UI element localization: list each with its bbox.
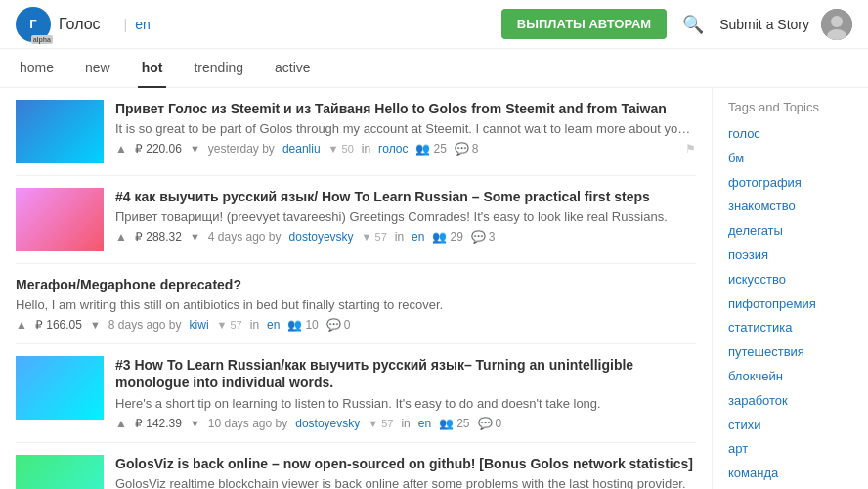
tag-item[interactable]: поэзия — [728, 244, 852, 268]
post-title[interactable]: #3 How To Learn Russian/как выучить русс… — [115, 356, 696, 391]
post-meta: ▲ ₽ 142.39 ▼ 10 days ago by dostoyevsky … — [115, 417, 696, 430]
tag-item[interactable]: пифотопремия — [728, 292, 852, 317]
post-time: 8 days ago by — [108, 318, 182, 332]
post-tag[interactable]: en — [412, 230, 424, 244]
post-content: GolosViz is back online – now open-sourc… — [115, 455, 696, 489]
feed: Привет Голос из Steemit и из Тайваня Hel… — [0, 88, 712, 489]
post-excerpt: Here's a short tip on learning to listen… — [115, 396, 696, 411]
post-title[interactable]: Привет Голос из Steemit и из Тайваня Hel… — [115, 100, 696, 117]
svg-point-1 — [831, 16, 843, 27]
post-item: #3 How To Learn Russian/как выучить русс… — [16, 344, 696, 442]
header: Г alpha Голос | en ВЫПЛАТЫ АВТОРАМ 🔍 Sub… — [0, 0, 868, 49]
lang-separator: | — [124, 17, 128, 32]
post-content: #4 как выучить русский язык/ How To Lear… — [115, 188, 696, 244]
post-excerpt: Hello, I am writing this still on antibi… — [16, 297, 696, 312]
main-nav: home new hot trending active — [0, 49, 868, 88]
tag-item[interactable]: делегаты — [728, 219, 852, 244]
vote-dropdown[interactable]: ▼ — [90, 319, 101, 331]
followers-icon: 👥 — [287, 318, 302, 332]
post-item: Мегафон/Megaphone deprecated? Hello, I a… — [16, 264, 696, 344]
vote-up-icon[interactable]: ▲ — [115, 142, 127, 156]
tag-item[interactable]: голос — [728, 122, 852, 147]
post-comments: 💬 0 — [326, 318, 351, 332]
post-thumbnail — [16, 100, 104, 163]
author-rep: ▼ 57 — [368, 418, 393, 429]
avatar[interactable] — [821, 9, 852, 40]
tag-item[interactable]: стихи — [728, 414, 852, 438]
logo-alpha: alpha — [31, 35, 53, 44]
vote-dropdown[interactable]: ▼ — [190, 143, 200, 155]
tag-item[interactable]: арт — [728, 437, 852, 462]
post-in: in — [395, 230, 404, 244]
post-author[interactable]: dostoyevsky — [289, 230, 354, 244]
tag-item[interactable]: статистика — [728, 316, 852, 340]
vote-up-icon[interactable]: ▲ — [115, 417, 127, 430]
post-vote: ₽ 166.05 — [35, 318, 82, 332]
post-excerpt: GolosViz realtime blockchain viewer is b… — [115, 476, 696, 489]
post-tag[interactable]: en — [267, 318, 280, 332]
logo-icon[interactable]: Г alpha — [16, 7, 51, 42]
followers-icon: 👥 — [432, 230, 447, 244]
tag-item[interactable]: знакомство — [728, 195, 852, 219]
vote-up-icon[interactable]: ▲ — [115, 230, 127, 244]
post-excerpt: It is so great to be part of Golos throu… — [115, 121, 696, 136]
logo-letter: Г — [29, 17, 36, 31]
post-author[interactable]: deanliu — [282, 142, 321, 156]
vote-up-icon[interactable]: ▲ — [16, 318, 27, 332]
payments-button[interactable]: ВЫПЛАТЫ АВТОРАМ — [501, 9, 667, 39]
post-meta: ▲ ₽ 166.05 ▼ 8 days ago by kiwi ▼ 57 in … — [16, 318, 696, 332]
post-content: Привет Голос из Steemit и из Тайваня Hel… — [115, 100, 696, 156]
vote-dropdown[interactable]: ▼ — [190, 418, 200, 429]
post-followers: 👥 10 — [287, 318, 318, 332]
post-thumbnail — [16, 188, 104, 251]
author-rep: ▼ 57 — [217, 319, 242, 331]
post-vote: ₽ 288.32 — [135, 230, 182, 244]
sidebar-title: Tags and Topics — [728, 100, 852, 114]
tag-item[interactable]: заработок — [728, 389, 852, 414]
post-tag[interactable]: en — [418, 417, 431, 430]
post-item: #4 как выучить русский язык/ How To Lear… — [16, 176, 696, 264]
post-comments: 💬 3 — [471, 230, 496, 244]
post-title[interactable]: GolosViz is back online – now open-sourc… — [115, 455, 696, 472]
nav-active[interactable]: active — [271, 49, 315, 88]
logo-text: Голос — [59, 16, 101, 33]
post-followers: 👥 29 — [432, 230, 462, 244]
tag-item[interactable]: путешествия — [728, 340, 852, 365]
post-in: in — [401, 417, 410, 430]
post-content: #3 How To Learn Russian/как выучить русс… — [115, 356, 696, 429]
post-author[interactable]: dostoyevsky — [295, 417, 360, 430]
sidebar: Tags and Topics голосбмфотографиязнакомс… — [712, 88, 868, 489]
nav-hot[interactable]: hot — [138, 49, 167, 88]
search-button[interactable]: 🔍 — [682, 14, 704, 35]
nav-new[interactable]: new — [81, 49, 114, 88]
flag-button[interactable]: ⚑ — [685, 142, 696, 156]
comments-icon: 💬 — [478, 417, 493, 430]
post-author[interactable]: kiwi — [190, 318, 209, 332]
tag-item[interactable]: искусство — [728, 268, 852, 292]
vote-dropdown[interactable]: ▼ — [190, 231, 200, 243]
post-vote: ₽ 142.39 — [135, 417, 182, 430]
tag-item[interactable]: фотография — [728, 171, 852, 196]
author-rep: ▼ 57 — [362, 231, 387, 243]
author-rep: ▼ 50 — [328, 143, 354, 155]
tag-item[interactable]: команда — [728, 462, 852, 486]
post-meta: ▲ ₽ 288.32 ▼ 4 days ago by dostoyevsky ▼… — [115, 230, 696, 244]
comments-icon: 💬 — [326, 318, 341, 332]
post-followers: 👥 25 — [415, 142, 446, 156]
post-thumbnail — [16, 356, 104, 420]
nav-home[interactable]: home — [16, 49, 58, 88]
post-time: yesterday by — [208, 142, 275, 156]
tag-item[interactable]: блокчейн — [728, 365, 852, 389]
logo-area: Г alpha Голос — [16, 7, 101, 42]
post-time: 10 days ago by — [208, 417, 287, 430]
language-selector[interactable]: en — [135, 17, 151, 32]
submit-story-button[interactable]: Submit a Story — [719, 17, 809, 32]
post-item: Привет Голос из Steemit и из Тайваня Hel… — [16, 88, 696, 176]
post-thumbnail — [16, 455, 104, 489]
tag-item[interactable]: бм — [728, 147, 852, 171]
post-comments: 💬 0 — [478, 417, 502, 430]
post-title[interactable]: #4 как выучить русский язык/ How To Lear… — [115, 188, 696, 205]
post-tag[interactable]: голос — [378, 142, 408, 156]
nav-trending[interactable]: trending — [190, 49, 247, 88]
post-title[interactable]: Мегафон/Megaphone deprecated? — [16, 276, 696, 293]
